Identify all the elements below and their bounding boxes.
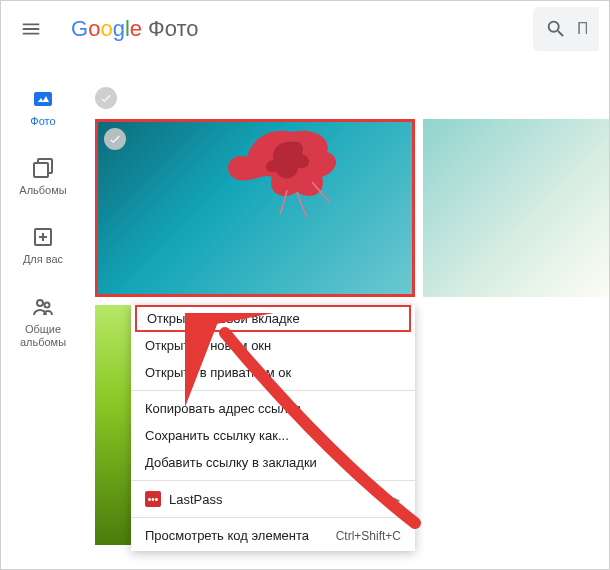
- context-menu-lastpass[interactable]: ••• LastPass ▸: [131, 485, 415, 513]
- context-menu-separator: [131, 480, 415, 481]
- context-menu-open-private[interactable]: Открыть в приватном ок: [131, 359, 415, 386]
- context-menu-separator: [131, 390, 415, 391]
- check-circle-icon: [95, 87, 117, 109]
- context-menu-inspect[interactable]: Просмотреть код элемента Ctrl+Shift+C: [131, 522, 415, 549]
- context-menu-open-new-window[interactable]: Открыть в новом окн: [131, 332, 415, 359]
- photo-grid: Открыть в новой вкладке Открыть в новом …: [85, 57, 609, 569]
- app-logo[interactable]: Google Фото: [71, 16, 199, 42]
- sidebar-item-albums[interactable]: Альбомы: [19, 156, 66, 197]
- hamburger-menu-button[interactable]: [11, 9, 51, 49]
- search-input[interactable]: [577, 20, 587, 38]
- main-area: Фото Альбомы Для вас Общиеальбомы: [1, 57, 609, 569]
- product-name: Фото: [148, 16, 199, 42]
- sidebar-label: Для вас: [23, 253, 63, 266]
- photo-thumbnail[interactable]: [423, 119, 609, 297]
- photo-thumbnail-selected[interactable]: [95, 119, 415, 297]
- context-menu-copy-link[interactable]: Копировать адрес ссылки: [131, 395, 415, 422]
- menu-icon: [20, 18, 42, 40]
- svg-rect-1: [34, 163, 48, 177]
- svg-rect-0: [34, 92, 52, 106]
- top-bar: Google Фото: [1, 1, 609, 57]
- sidebar-item-photos[interactable]: Фото: [30, 87, 55, 128]
- sidebar-item-shared[interactable]: Общиеальбомы: [20, 295, 66, 349]
- sidebar-label: Фото: [30, 115, 55, 128]
- lastpass-icon: •••: [145, 491, 161, 507]
- selected-check-icon[interactable]: [104, 128, 126, 150]
- context-menu: Открыть в новой вкладке Открыть в новом …: [131, 305, 415, 551]
- foryou-icon: [31, 225, 55, 249]
- shortcut-label: Ctrl+Shift+C: [336, 529, 401, 543]
- search-box[interactable]: [533, 7, 599, 51]
- context-menu-bookmark-link[interactable]: Добавить ссылку в закладки: [131, 449, 415, 476]
- google-wordmark: Google: [71, 16, 142, 42]
- context-menu-separator: [131, 517, 415, 518]
- albums-icon: [31, 156, 55, 180]
- sidebar-label: Общиеальбомы: [20, 323, 66, 349]
- shared-icon: [31, 295, 55, 319]
- photos-icon: [31, 87, 55, 111]
- photo-thumbnail[interactable]: Открыть в новой вкладке Открыть в новом …: [95, 305, 415, 545]
- select-all-toggle[interactable]: [95, 87, 609, 109]
- svg-point-3: [37, 300, 43, 306]
- svg-point-4: [45, 302, 50, 307]
- context-menu-open-new-tab[interactable]: Открыть в новой вкладке: [135, 305, 411, 332]
- context-menu-save-link[interactable]: Сохранить ссылку как...: [131, 422, 415, 449]
- sidebar: Фото Альбомы Для вас Общиеальбомы: [1, 57, 85, 569]
- sidebar-item-foryou[interactable]: Для вас: [23, 225, 63, 266]
- sidebar-label: Альбомы: [19, 184, 66, 197]
- search-icon: [545, 18, 567, 40]
- flower-image: [202, 122, 382, 222]
- chevron-right-icon: ▸: [394, 492, 401, 507]
